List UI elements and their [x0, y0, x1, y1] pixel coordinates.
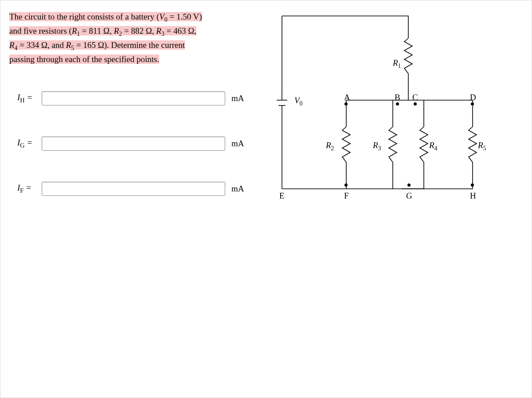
row-IF: IF = mA	[17, 182, 244, 196]
page: The circuit to the right consists of a b…	[0, 0, 532, 398]
input-IH[interactable]	[42, 91, 225, 105]
s: 3	[161, 31, 164, 37]
problem-text: The circuit to the right consists of a b…	[9, 10, 258, 66]
row-IG: IG = mA	[17, 137, 244, 151]
node-G	[407, 183, 411, 187]
r: R	[114, 26, 119, 35]
label-A: A	[344, 93, 350, 102]
unit: mA	[231, 184, 244, 194]
t: = 811 Ω,	[80, 26, 113, 35]
label-E: E	[279, 191, 285, 201]
label-H: H	[470, 191, 476, 201]
label-B: B	[395, 93, 400, 102]
label-F: F	[344, 191, 349, 201]
r: R	[9, 40, 15, 50]
r: R	[72, 26, 77, 35]
label-R5: R5	[478, 140, 486, 152]
label-G: G	[406, 191, 412, 201]
unit: mA	[231, 139, 244, 148]
sub: H	[20, 97, 24, 104]
t: = 334 Ω, and	[17, 40, 66, 50]
label-D: D	[470, 93, 476, 102]
label-R4: R4	[429, 140, 437, 152]
circuit-diagram: V0 R1 R2 R3 R4 R5 A B C D E F G H	[273, 12, 524, 202]
sub: G	[20, 142, 24, 149]
node-F	[344, 183, 348, 187]
t: = 165 Ω). Determine the current	[74, 40, 185, 50]
label-R3: R3	[373, 140, 381, 152]
node-A	[344, 102, 348, 105]
eq: =	[25, 138, 33, 147]
label-V0: V0	[294, 96, 302, 107]
V: V	[159, 12, 164, 21]
answer-inputs: IH = mA IG = mA IF = mA	[17, 91, 244, 227]
V0sub: 0	[164, 16, 168, 23]
eq: =	[23, 183, 31, 192]
r: R	[66, 40, 71, 50]
txt: and five resistors (	[9, 26, 72, 35]
txt: = 1.50 V)	[168, 12, 202, 21]
row-IH: IH = mA	[17, 91, 244, 105]
input-IG[interactable]	[42, 137, 225, 151]
txt: passing through each of the specified po…	[9, 55, 159, 64]
label-R1: R1	[393, 58, 401, 70]
node-B	[396, 102, 399, 105]
t: = 882 Ω,	[122, 26, 156, 35]
node-D	[471, 102, 474, 105]
txt: The circuit to the right consists of a b…	[9, 12, 159, 21]
input-IF[interactable]	[42, 182, 225, 196]
eq: =	[25, 93, 33, 102]
label-R2: R2	[326, 140, 334, 152]
node-H	[471, 183, 474, 187]
label-C: C	[412, 93, 418, 102]
circuit-svg	[273, 12, 524, 207]
t: = 463 Ω,	[164, 26, 196, 35]
node-C	[414, 102, 417, 105]
unit: mA	[231, 94, 244, 103]
r: R	[156, 26, 161, 35]
